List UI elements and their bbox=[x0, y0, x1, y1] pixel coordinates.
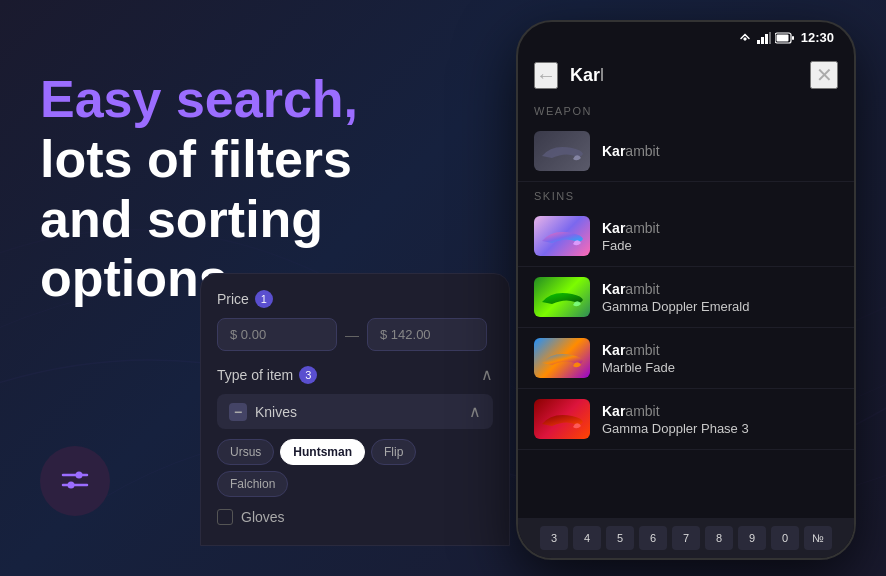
svg-point-1 bbox=[76, 472, 83, 479]
key-4[interactable]: 4 bbox=[573, 526, 601, 550]
key-9[interactable]: 9 bbox=[738, 526, 766, 550]
svg-rect-9 bbox=[792, 36, 794, 40]
wifi-icon bbox=[737, 32, 753, 44]
headline-line3: and sorting bbox=[40, 190, 323, 248]
skin-phase3-item[interactable]: Karambit Gamma Doppler Phase 3 bbox=[518, 389, 854, 450]
weapon-karambit-item[interactable]: Karambit bbox=[518, 121, 854, 182]
karambit-gamma-svg bbox=[537, 282, 587, 312]
skins-section-header: SKINS bbox=[518, 182, 854, 206]
skin-gamma-name: Karambit bbox=[602, 280, 838, 298]
status-bar: 12:30 bbox=[518, 22, 854, 53]
headline-line2: lots of filters bbox=[40, 130, 352, 188]
svg-rect-10 bbox=[776, 34, 788, 41]
karambit-marble-svg bbox=[537, 343, 587, 373]
price-dash: — bbox=[345, 327, 359, 343]
knife-tag-flip[interactable]: Flip bbox=[371, 439, 416, 465]
phone-container: 12:30 ← Karl ✕ WEAPON Karambit bbox=[516, 20, 856, 560]
weapon-karambit-info: Karambit bbox=[602, 142, 838, 160]
key-7[interactable]: 7 bbox=[672, 526, 700, 550]
signal-icon bbox=[757, 32, 771, 44]
skin-fade-subtitle: Fade bbox=[602, 238, 838, 253]
svg-rect-5 bbox=[761, 37, 764, 44]
skin-phase3-subtitle: Gamma Doppler Phase 3 bbox=[602, 421, 838, 436]
phone-frame: 12:30 ← Karl ✕ WEAPON Karambit bbox=[516, 20, 856, 560]
gloves-checkbox[interactable] bbox=[217, 509, 233, 525]
knife-tag-ursus[interactable]: Ursus bbox=[217, 439, 274, 465]
search-input[interactable]: Karl bbox=[570, 65, 798, 86]
search-bar: ← Karl ✕ bbox=[518, 53, 854, 97]
type-badge: 3 bbox=[299, 366, 317, 384]
skin-marble-name: Karambit bbox=[602, 341, 838, 359]
battery-icon bbox=[775, 32, 795, 44]
filter-panel: Price 1 $ 0.00 — $ 142.00 Type of item 3… bbox=[200, 273, 510, 546]
status-time: 12:30 bbox=[801, 30, 834, 45]
gloves-label: Gloves bbox=[241, 509, 285, 525]
key-3[interactable]: 3 bbox=[540, 526, 568, 550]
knife-types: Ursus Huntsman Flip Falchion bbox=[217, 439, 493, 497]
price-badge: 1 bbox=[255, 290, 273, 308]
skin-marble-info: Karambit Marble Fade bbox=[602, 341, 838, 374]
weapon-section-header: WEAPON bbox=[518, 97, 854, 121]
type-chevron-up-icon: ∧ bbox=[481, 365, 493, 384]
gloves-row[interactable]: Gloves bbox=[217, 505, 493, 529]
karambit-fade-svg bbox=[537, 221, 587, 251]
keyboard-row: 3 4 5 6 7 8 9 0 № bbox=[522, 526, 850, 550]
weapon-karambit-name: Karambit bbox=[602, 142, 838, 160]
knives-row[interactable]: − Knives ∧ bbox=[217, 394, 493, 429]
skin-gamma-item[interactable]: Karambit Gamma Doppler Emerald bbox=[518, 267, 854, 328]
skin-marble-item[interactable]: Karambit Marble Fade bbox=[518, 328, 854, 389]
clear-button[interactable]: ✕ bbox=[810, 61, 838, 89]
weapon-karambit-image bbox=[534, 131, 590, 171]
skin-phase3-image bbox=[534, 399, 590, 439]
back-button[interactable]: ← bbox=[534, 62, 558, 89]
knives-label: Knives bbox=[255, 404, 297, 420]
svg-point-3 bbox=[68, 482, 75, 489]
skin-phase3-name: Karambit bbox=[602, 402, 838, 420]
skin-marble-image bbox=[534, 338, 590, 378]
karambit-phase3-svg bbox=[537, 404, 587, 434]
skin-gamma-info: Karambit Gamma Doppler Emerald bbox=[602, 280, 838, 313]
knives-left: − Knives bbox=[229, 403, 297, 421]
key-0[interactable]: 0 bbox=[771, 526, 799, 550]
skin-phase3-info: Karambit Gamma Doppler Phase 3 bbox=[602, 402, 838, 435]
price-to-input[interactable]: $ 142.00 bbox=[367, 318, 487, 351]
key-8[interactable]: 8 bbox=[705, 526, 733, 550]
svg-rect-7 bbox=[769, 32, 771, 44]
status-icons bbox=[737, 32, 795, 44]
key-5[interactable]: 5 bbox=[606, 526, 634, 550]
search-query-rest: l bbox=[600, 65, 604, 85]
filter-icon bbox=[57, 463, 93, 499]
price-label: Price 1 bbox=[217, 290, 273, 308]
price-from-input[interactable]: $ 0.00 bbox=[217, 318, 337, 351]
search-highlight: Kar bbox=[570, 65, 600, 85]
knives-chevron-up-icon: ∧ bbox=[469, 402, 481, 421]
skin-fade-name: Karambit bbox=[602, 219, 838, 237]
svg-rect-6 bbox=[765, 34, 768, 44]
knife-tag-falchion[interactable]: Falchion bbox=[217, 471, 288, 497]
type-label: Type of item 3 bbox=[217, 366, 317, 384]
knife-tag-huntsman[interactable]: Huntsman bbox=[280, 439, 365, 465]
price-row: Price 1 bbox=[217, 290, 493, 308]
keyboard-area: 3 4 5 6 7 8 9 0 № bbox=[518, 518, 854, 558]
skin-gamma-subtitle: Gamma Doppler Emerald bbox=[602, 299, 838, 314]
headline-highlight: Easy search, bbox=[40, 70, 358, 128]
skin-fade-image bbox=[534, 216, 590, 256]
svg-rect-4 bbox=[757, 40, 760, 44]
filter-icon-container[interactable] bbox=[40, 446, 110, 516]
key-num[interactable]: № bbox=[804, 526, 832, 550]
price-inputs: $ 0.00 — $ 142.00 bbox=[217, 318, 493, 351]
skin-gamma-image bbox=[534, 277, 590, 317]
skin-fade-info: Karambit Fade bbox=[602, 219, 838, 252]
skin-marble-subtitle: Marble Fade bbox=[602, 360, 838, 375]
karambit-weapon-svg bbox=[537, 136, 587, 166]
skin-fade-item[interactable]: Karambit Fade bbox=[518, 206, 854, 267]
minus-icon: − bbox=[229, 403, 247, 421]
key-6[interactable]: 6 bbox=[639, 526, 667, 550]
type-row[interactable]: Type of item 3 ∧ bbox=[217, 365, 493, 384]
